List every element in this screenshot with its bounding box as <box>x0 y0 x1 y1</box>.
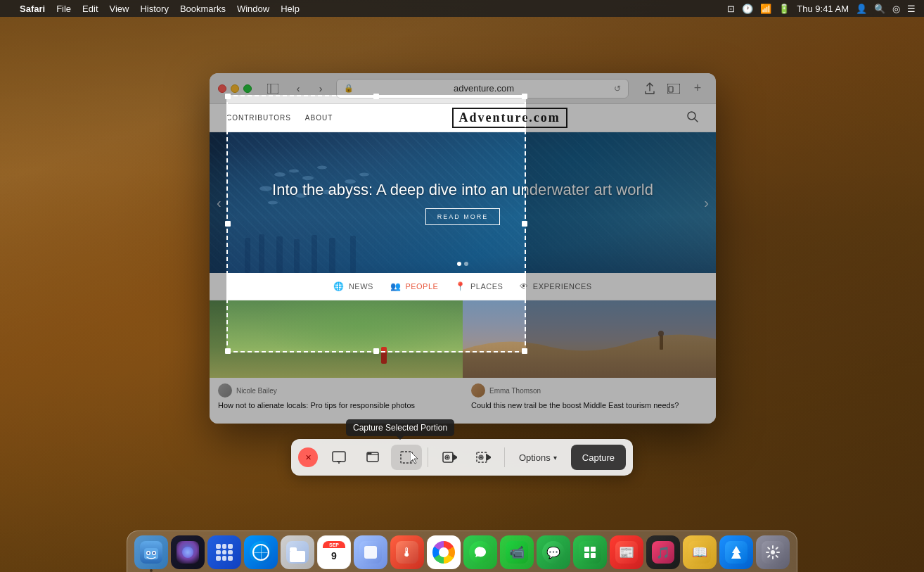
site-logo[interactable]: Adventure.com <box>452 108 567 128</box>
menubar-safari[interactable]: Safari <box>20 4 45 14</box>
svg-rect-43 <box>144 548 158 559</box>
dock-item-wechat[interactable]: 💬 <box>537 535 570 569</box>
dock-item-music[interactable]: 🎵 <box>646 535 680 569</box>
battery-icon[interactable]: 🔋 <box>778 4 790 14</box>
wifi-icon[interactable]: 📶 <box>760 4 771 14</box>
options-label: Options <box>519 452 551 463</box>
dock-item-app-store[interactable] <box>719 535 753 569</box>
capture-button[interactable]: Capture <box>571 445 626 470</box>
category-places[interactable]: 📍 PLACES <box>455 281 503 291</box>
svg-point-47 <box>153 552 155 554</box>
about-link[interactable]: ABOUT <box>305 114 333 122</box>
options-button[interactable]: Options ▾ <box>511 445 565 470</box>
dock-item-finder[interactable] <box>134 535 168 569</box>
menubar-window[interactable]: Window <box>237 4 269 14</box>
app-store-icon <box>725 541 747 564</box>
dock-item-calendar[interactable]: SEP 9 <box>317 535 351 569</box>
record-screen-button[interactable] <box>434 445 465 470</box>
new-tab-button[interactable] <box>664 79 684 98</box>
sidebar-toggle-button[interactable] <box>263 79 283 98</box>
article-card-2[interactable]: Emma Thomson Could this new trail be the… <box>463 300 716 417</box>
category-experiences-label: EXPERIENCES <box>533 282 592 291</box>
nav-buttons: ‹ › <box>263 79 331 98</box>
screenshot-toolbar: ✕ <box>291 439 633 476</box>
category-news-label: NEWS <box>349 282 373 291</box>
svg-rect-49 <box>591 547 596 552</box>
dock-item-files[interactable] <box>281 535 314 569</box>
files-icon <box>286 541 309 564</box>
dock-item-books[interactable]: 📖 <box>683 535 717 569</box>
capture-selection-icon <box>399 450 414 465</box>
search-icon[interactable]: 🔍 <box>874 4 885 14</box>
article-image-1 <box>210 300 463 378</box>
clock-icon[interactable]: 🕐 <box>742 4 753 14</box>
category-people-label: PEOPLE <box>405 282 438 291</box>
dock-item-maps[interactable]: 🌡 <box>390 535 424 569</box>
forward-button[interactable]: › <box>311 79 331 98</box>
dock-item-launchpad[interactable] <box>207 535 241 569</box>
hero-read-more-button[interactable]: READ MORE <box>425 208 501 225</box>
svg-point-12 <box>359 173 369 177</box>
back-button[interactable]: ‹ <box>288 79 308 98</box>
dock-item-system-prefs[interactable] <box>756 535 790 569</box>
svg-rect-24 <box>660 336 663 350</box>
article-card-1[interactable]: Nicole Bailey How not to alienate locals… <box>210 300 463 417</box>
svg-marker-41 <box>487 455 491 460</box>
record-selection-button[interactable] <box>468 445 499 470</box>
category-people[interactable]: 👥 PEOPLE <box>390 281 439 291</box>
dock-item-facetime[interactable]: 📹 <box>500 535 534 569</box>
menubar-edit[interactable]: Edit <box>82 4 98 14</box>
desktop: Safari File Edit View History Bookmarks … <box>0 0 924 572</box>
capture-entire-screen-button[interactable] <box>323 445 354 470</box>
facetime-icon: 📹 <box>506 541 528 564</box>
svg-point-40 <box>480 457 482 458</box>
minimize-button[interactable] <box>231 84 239 93</box>
user-icon[interactable]: 👤 <box>856 4 867 14</box>
reload-icon[interactable]: ↺ <box>614 84 621 94</box>
toolbar-divider-1 <box>428 447 428 467</box>
menubar-bookmarks[interactable]: Bookmarks <box>180 4 226 14</box>
photos-icon <box>432 541 455 564</box>
hero-dot-1[interactable] <box>457 262 461 266</box>
svg-rect-50 <box>584 553 589 558</box>
dock-item-reminders[interactable] <box>354 535 387 569</box>
dock-item-safari[interactable] <box>244 535 278 569</box>
menubar-file[interactable]: File <box>56 4 71 14</box>
maximize-button[interactable] <box>243 84 252 93</box>
places-icon: 📍 <box>455 281 466 291</box>
wechat-icon: 💬 <box>542 541 565 564</box>
dock-item-news[interactable]: 📰 <box>610 535 643 569</box>
menubar-help[interactable]: Help <box>281 4 300 14</box>
svg-rect-33 <box>401 452 412 463</box>
add-tab-button[interactable]: + <box>688 79 707 98</box>
contributors-link[interactable]: CONTRIBUTORS <box>226 114 291 122</box>
close-screenshot-button[interactable]: ✕ <box>298 447 318 467</box>
control-center-icon[interactable]: ☰ <box>907 4 916 14</box>
capture-window-icon <box>365 450 380 465</box>
browser-titlebar: ‹ › 🔒 adventure.com ↺ <box>210 73 716 104</box>
menubar-view[interactable]: View <box>110 4 129 14</box>
category-experiences[interactable]: 👁 EXPERIENCES <box>520 281 591 291</box>
dock-item-messages[interactable] <box>463 535 497 569</box>
dock-item-siri[interactable] <box>171 535 205 569</box>
cast-icon[interactable]: ⊡ <box>727 4 735 14</box>
category-news[interactable]: 🌐 NEWS <box>333 281 373 291</box>
dock-item-numbers[interactable] <box>573 535 607 569</box>
dock-item-photos[interactable] <box>427 535 461 569</box>
siri-icon[interactable]: ◎ <box>892 4 900 14</box>
svg-point-36 <box>447 457 448 458</box>
site-nav: CONTRIBUTORS ABOUT Adventure.com <box>210 104 716 132</box>
svg-rect-0 <box>267 84 278 94</box>
address-bar[interactable]: 🔒 adventure.com ↺ <box>336 79 629 98</box>
finder-icon <box>140 541 162 564</box>
svg-point-31 <box>368 453 370 455</box>
dock-dot-finder <box>150 569 153 572</box>
site-search-icon[interactable] <box>686 110 699 126</box>
author-avatar-1 <box>218 383 232 398</box>
close-button[interactable] <box>218 84 226 93</box>
share-button[interactable] <box>640 79 660 98</box>
hero-dot-2[interactable] <box>464 262 468 266</box>
capture-selection-button[interactable] <box>391 445 422 470</box>
capture-window-button[interactable] <box>357 445 388 470</box>
menubar-history[interactable]: History <box>140 4 168 14</box>
